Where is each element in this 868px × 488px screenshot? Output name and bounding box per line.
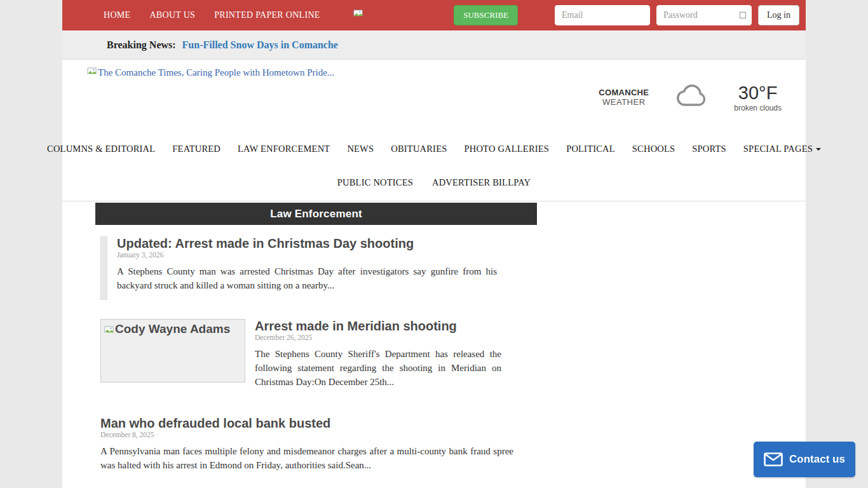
- masthead: The Comanche Times, Caring People with H…: [62, 60, 806, 133]
- article-row: Cody Wayne Adams Arrest made in Meridian…: [95, 319, 537, 389]
- article-row: Man who defrauded local bank busted Dece…: [95, 416, 537, 472]
- topbar-link-printed-paper-online[interactable]: PRINTED PAPER ONLINE: [214, 10, 320, 20]
- nav-special-pages[interactable]: SPECIAL PAGES: [743, 140, 821, 158]
- subscribe-button[interactable]: SUBSCRIBE: [454, 5, 518, 25]
- article-list: Updated: Arrest made in Christmas Day sh…: [95, 225, 537, 488]
- article-excerpt: The Stephens County Sheriff's Department…: [255, 347, 501, 389]
- nav-advertiser-billpay[interactable]: ADVERTISER BILLPAY: [432, 173, 531, 192]
- caret-down-icon: [816, 148, 821, 151]
- article-date: December 8, 2025: [100, 431, 513, 438]
- article-body: Man who defrauded local bank busted Dece…: [100, 416, 513, 472]
- nav-law-enforcement[interactable]: LAW ENFORCEMENT: [238, 140, 330, 158]
- article-title-link[interactable]: Man who defrauded local bank busted: [100, 416, 513, 430]
- contact-us-button[interactable]: Contact us: [754, 442, 855, 477]
- cloud-icon: [673, 82, 710, 112]
- site-logo-link[interactable]: The Comanche Times, Caring People with H…: [87, 67, 334, 79]
- email-field[interactable]: [555, 5, 650, 25]
- password-wrap: □: [656, 5, 752, 25]
- weather-city-label: COMANCHE: [599, 88, 649, 97]
- topbar-links: HOME ABOUT US PRINTED PAPER ONLINE: [62, 10, 363, 22]
- article-image-broken[interactable]: Cody Wayne Adams: [100, 319, 245, 383]
- article-image-alt-text: Cody Wayne Adams: [115, 322, 230, 336]
- nav-political[interactable]: POLITICAL: [566, 140, 615, 158]
- password-field[interactable]: [656, 5, 752, 25]
- article-image-placeholder[interactable]: [100, 236, 107, 300]
- nav-public-notices[interactable]: PUBLIC NOTICES: [337, 173, 413, 192]
- article-body: Updated: Arrest made in Christmas Day sh…: [117, 236, 497, 292]
- article-body: Arrest made in Meridian shooting Decembe…: [255, 319, 501, 389]
- article-excerpt: A Pennsylvania man faces multiple felony…: [100, 444, 513, 472]
- main-content: Law Enforcement Updated: Arrest made in …: [62, 201, 806, 488]
- login-button[interactable]: Log in: [758, 5, 799, 25]
- nav-columns-editorial[interactable]: COLUMNS & EDITORIAL: [47, 140, 155, 158]
- weather-reading: 30°F broken clouds: [734, 83, 782, 112]
- broken-image-icon: [104, 325, 114, 339]
- breaking-news-link[interactable]: Fun-Filled Snow Days in Comanche: [182, 39, 338, 51]
- section-title: Law Enforcement: [270, 208, 362, 220]
- weather-widget: COMANCHE WEATHER 30°F broken clouds: [599, 82, 782, 112]
- nav-featured[interactable]: FEATURED: [172, 140, 220, 158]
- section-header: Law Enforcement: [95, 203, 537, 225]
- nav-row-1: COLUMNS & EDITORIAL FEATURED LAW ENFORCE…: [62, 140, 806, 158]
- broken-image-icon: [87, 67, 97, 79]
- nav-obituaries[interactable]: OBITUARIES: [391, 140, 447, 158]
- breaking-news-bar: Breaking News: Fun-Filled Snow Days in C…: [62, 30, 806, 60]
- article-date: January 3, 2026: [117, 251, 497, 259]
- nav-photo-galleries[interactable]: PHOTO GALLERIES: [464, 140, 549, 158]
- page-container: HOME ABOUT US PRINTED PAPER ONLINE SUBSC…: [62, 0, 806, 488]
- weather-location: COMANCHE WEATHER: [599, 88, 649, 107]
- article-title-link[interactable]: Arrest made in Meridian shooting: [255, 319, 501, 333]
- nav-row-2: PUBLIC NOTICES ADVERTISER BILLPAY: [62, 173, 806, 192]
- breaking-news-label: Breaking News:: [107, 39, 176, 51]
- nav-news[interactable]: NEWS: [347, 140, 374, 158]
- article-row: Updated: Arrest made in Christmas Day sh…: [95, 236, 537, 300]
- nav-schools[interactable]: SCHOOLS: [632, 140, 675, 158]
- topbar-account-area: SUBSCRIBE □ Log in: [454, 5, 799, 25]
- password-glyph-icon: □: [739, 10, 747, 19]
- contact-us-label: Contact us: [789, 453, 845, 466]
- main-navigation: COLUMNS & EDITORIAL FEATURED LAW ENFORCE…: [62, 133, 806, 201]
- topbar-link-home[interactable]: HOME: [104, 10, 130, 20]
- article-excerpt: A Stephens County man was arrested Chris…: [117, 264, 497, 292]
- weather-temp: 30°F: [734, 83, 782, 104]
- nav-special-pages-label: SPECIAL PAGES: [743, 144, 813, 154]
- weather-condition: broken clouds: [734, 104, 782, 112]
- top-utility-bar: HOME ABOUT US PRINTED PAPER ONLINE SUBSC…: [62, 0, 806, 30]
- nav-sports[interactable]: SPORTS: [692, 140, 726, 158]
- site-logo-alt-text: The Comanche Times, Caring People with H…: [98, 67, 334, 78]
- article-date: December 26, 2025: [255, 334, 501, 341]
- broken-image-icon: [353, 10, 363, 22]
- article-title-link[interactable]: Updated: Arrest made in Christmas Day sh…: [117, 236, 497, 250]
- weather-label: WEATHER: [599, 97, 649, 107]
- topbar-link-about-us[interactable]: ABOUT US: [149, 10, 195, 20]
- envelope-icon: [764, 452, 783, 466]
